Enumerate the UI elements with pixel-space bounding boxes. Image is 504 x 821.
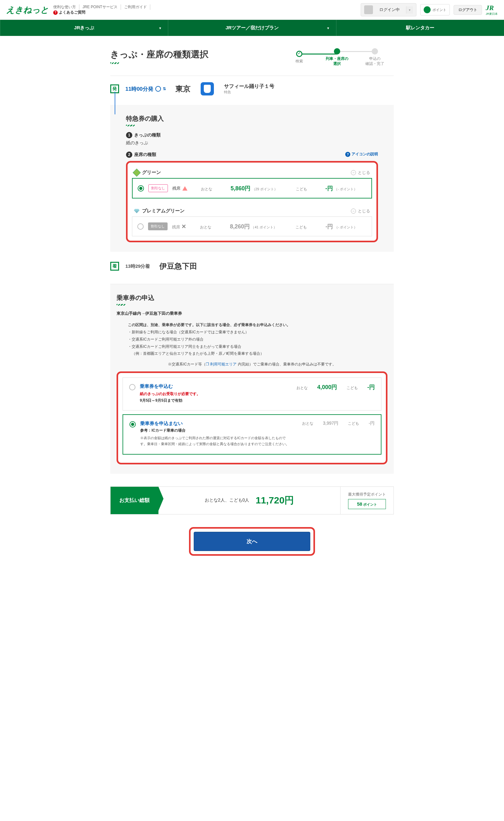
arrival-time: 13時29分着 — [125, 263, 150, 269]
total-bar: お支払い総額 おとな2人、こども0人 11,720円 最大獲得予定ポイント 58… — [110, 486, 394, 514]
premium-collapse-toggle[interactable]: − とじる — [351, 208, 370, 214]
baseticket-section-title: 乗車券の申込 — [117, 294, 387, 302]
help-icon: ? — [345, 152, 350, 157]
minus-icon: − — [351, 209, 356, 214]
departure-station: 東京 — [175, 84, 191, 94]
route-label: 東京山手線内→伊豆急下田の乗車券 — [117, 311, 387, 316]
passenger-count: おとな2人、こども0人 — [205, 497, 249, 503]
icon-help-link[interactable]: ? アイコンの説明 — [345, 152, 378, 157]
ic-area-link[interactable]: ❐ 利用可能エリア — [206, 362, 237, 366]
link-jrepoint[interactable]: JRE POINTサービス — [83, 4, 121, 10]
seat-option-green[interactable]: 割引なし 残席 おとな 5,860円 （29 ポイント） こども -円 （- ポ… — [132, 178, 372, 198]
total-label: お支払い総額 — [111, 487, 158, 514]
seat-option-premium[interactable]: 割引なし 残席✕ おとな 8,260円 （41 ポイント） こども -円 （- … — [132, 216, 372, 236]
points-label: 最大獲得予定ポイント — [348, 492, 386, 497]
nav-tours[interactable]: JRツアー／宿だけプラン▼ — [168, 20, 336, 36]
express-section-title: 特急券の購入 — [126, 114, 378, 123]
next-button[interactable]: 次へ — [194, 532, 310, 551]
radio-apply[interactable] — [129, 384, 135, 390]
ticket-kind-value: 紙のきっぷ — [126, 140, 378, 146]
baseticket-noapply-option[interactable]: 乗車券を申込まない 参考：ICカード乗車の場合 ※表示の金額は紙のきっぷでご利用… — [123, 414, 381, 454]
availability-none-icon: ✕ — [181, 223, 186, 230]
updown-icon: ⇅ — [163, 87, 166, 91]
jr-sublabel: JR東日本 — [486, 12, 498, 16]
link-faq[interactable]: ? よくあるご質問 — [53, 10, 150, 15]
link-guide[interactable]: ご利用ガイド — [124, 4, 150, 10]
question-icon: ? — [53, 10, 58, 15]
train-name: サフィール踊り子１号 — [224, 83, 274, 90]
step-search-icon — [296, 51, 302, 57]
progress-steps: 検索 列車・座席の 選択 申込の 確認・完了 — [280, 48, 394, 66]
login-status-dropdown[interactable]: ログイン中 ▾ — [361, 3, 416, 16]
clock-icon — [155, 86, 161, 92]
discount-badge: 割引なし — [148, 222, 168, 230]
logout-button[interactable]: ログアウト — [454, 5, 482, 15]
chevron-down-icon: ▾ — [406, 6, 413, 14]
site-logo[interactable]: えきねっと — [6, 4, 49, 15]
train-icon — [201, 82, 214, 95]
radio-noapply[interactable] — [129, 421, 136, 428]
point-icon — [424, 6, 431, 13]
arrival-station: 伊豆急下田 — [159, 261, 197, 271]
availability-few-icon — [182, 186, 187, 191]
link-usage[interactable]: 便利な使い方 — [53, 4, 79, 10]
radio-premium[interactable] — [137, 223, 144, 230]
departure-time-link[interactable]: 11時00分発 ⇅ — [125, 85, 166, 93]
nav-tickets[interactable]: JRきっぷ▼ — [0, 20, 168, 36]
step-select-icon — [334, 48, 340, 55]
minus-icon: − — [351, 170, 356, 175]
jr-logo: JR — [486, 4, 498, 12]
next-button-highlight: 次へ — [189, 527, 315, 556]
step-confirm-icon — [372, 48, 378, 55]
points-widget[interactable]: ポイント — [420, 4, 450, 15]
baseticket-apply-option[interactable]: 乗車券を申込む 紙のきっぷのお受取りが必要です。 9月5日～9月5日まで有効 お… — [123, 377, 381, 411]
nav-rentacar[interactable]: 駅レンタカー — [336, 20, 504, 36]
baseticket-selection-highlight: 乗車券を申込む 紙のきっぷのお受取りが必要です。 9月5日～9月5日まで有効 お… — [117, 371, 387, 464]
radio-green[interactable] — [138, 185, 144, 192]
seat-selection-highlight: グリーン − とじる 割引なし 残席 おとな 5,860円 （29 ポイント） … — [126, 161, 378, 242]
green-seat-icon — [133, 169, 140, 176]
premium-seat-icon — [134, 209, 140, 213]
points-value: 58 ポイント — [348, 499, 386, 509]
total-price: 11,720円 — [255, 494, 294, 507]
green-collapse-toggle[interactable]: − とじる — [351, 170, 370, 175]
discount-badge: 割引なし — [148, 184, 168, 192]
train-type: 特急 — [224, 90, 274, 95]
avatar-icon — [364, 5, 373, 14]
arrival-marker: 着 — [110, 262, 119, 271]
